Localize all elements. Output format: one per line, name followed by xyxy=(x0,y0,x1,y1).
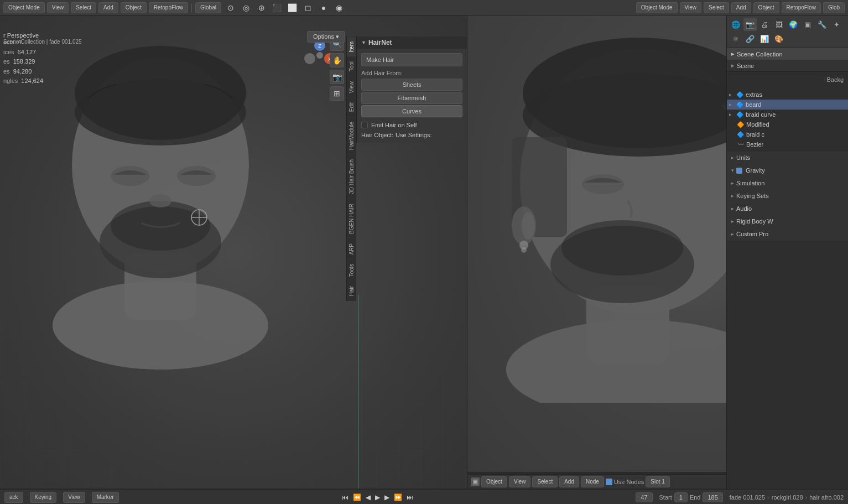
right-view-btn[interactable]: View xyxy=(680,2,702,13)
tree-arrow-beard: ▸ xyxy=(729,102,735,107)
tab-bgen[interactable]: BGEN HAIR xyxy=(347,199,356,238)
right-retopoflow-btn[interactable]: RetopoFlow xyxy=(782,2,821,13)
object-dropdown-btn[interactable]: Object xyxy=(481,476,507,487)
tab-tools[interactable]: Tools xyxy=(347,259,356,281)
proportional-icon[interactable]: ◎ xyxy=(239,1,253,15)
shading-material-icon[interactable]: ● xyxy=(316,1,331,15)
hand-tool-icon[interactable]: ✋ xyxy=(330,53,344,67)
node-bottom-btn[interactable]: Node xyxy=(581,476,604,487)
back-btn[interactable]: ack xyxy=(4,492,23,503)
shading-solid-icon[interactable]: ⬜ xyxy=(285,1,300,15)
play-btn[interactable]: ▶ xyxy=(374,493,381,501)
tree-item-braid-curve[interactable]: ▸ 🔷 braid curve xyxy=(727,110,848,119)
options-button[interactable]: Options ▾ xyxy=(307,31,345,43)
emit-hair-checkbox[interactable] xyxy=(361,122,368,128)
tab-3dhairbrush[interactable]: 3D Hair Brush xyxy=(347,154,356,199)
tab-item[interactable]: Item xyxy=(347,37,356,56)
tree-item-bezier[interactable]: 〰 Bezier xyxy=(735,139,848,149)
gravity-section-header[interactable]: ▾ Gravity xyxy=(727,164,848,176)
audio-arrow: ▸ xyxy=(731,206,734,211)
sheets-button[interactable]: Sheets xyxy=(361,79,462,91)
retopoflow-btn[interactable]: RetopoFlow xyxy=(149,2,188,13)
prev-frame-btn[interactable]: ◀ xyxy=(365,493,372,501)
gravity-checkbox[interactable] xyxy=(736,168,742,174)
make-hair-button[interactable]: Make Hair xyxy=(361,53,462,66)
tree-item-beard[interactable]: ▸ 🔷 beard xyxy=(727,100,848,110)
render-icon[interactable]: ⬛ xyxy=(270,1,284,15)
svg-point-33 xyxy=(521,247,527,253)
toolbar-right: Object Mode View Select Add Object Retop… xyxy=(633,2,848,13)
svg-rect-22 xyxy=(586,287,669,364)
keying-sets-section-header[interactable]: ▸ Keying Sets xyxy=(727,190,848,202)
object-menu-btn[interactable]: Object xyxy=(121,2,147,13)
tab-view[interactable]: View xyxy=(347,76,356,98)
view-bottom-btn[interactable]: View xyxy=(509,476,531,487)
toolbar-left: Object Mode View Select Add Object Retop… xyxy=(0,1,633,15)
custom-prop-section-header[interactable]: ▸ Custom Pro xyxy=(727,228,848,240)
rockgirl-label: rockgirl.028 xyxy=(772,494,803,501)
props-modifier-icon[interactable]: 🔧 xyxy=(815,18,829,31)
right-select-btn[interactable]: Select xyxy=(704,2,729,13)
use-nodes-checkbox[interactable] xyxy=(606,479,612,485)
fibermesh-button[interactable]: Fibermesh xyxy=(361,92,462,104)
camera-tool-icon[interactable]: 📷 xyxy=(330,70,344,84)
props-physics-icon[interactable]: ⚛ xyxy=(729,32,742,45)
props-particles-icon[interactable]: ✦ xyxy=(830,18,843,31)
object-mode-icon[interactable]: ▣ xyxy=(471,477,480,486)
rigid-body-section-header[interactable]: ▸ Rigid Body W xyxy=(727,215,848,227)
snap-icon[interactable]: ⊙ xyxy=(223,1,238,15)
global-transform-btn[interactable]: Global xyxy=(195,2,221,13)
select-menu-btn[interactable]: Select xyxy=(71,2,96,13)
hairnet-header[interactable]: ▼ HairNet xyxy=(357,37,467,49)
jump-start-btn[interactable]: ⏮ xyxy=(341,493,350,501)
right-object-btn[interactable]: Object xyxy=(753,2,779,13)
props-scene-icon[interactable]: 🌐 xyxy=(729,18,742,31)
simulation-section-header[interactable]: ▸ Simulation xyxy=(727,177,848,189)
view-menu-btn[interactable]: View xyxy=(47,2,69,13)
curves-button[interactable]: Curves xyxy=(361,105,462,117)
tab-tool[interactable]: Tool xyxy=(347,56,356,76)
tab-hairmodule[interactable]: HairModule xyxy=(347,117,356,154)
shading-rendered-icon[interactable]: ◉ xyxy=(332,1,346,15)
jump-back-btn[interactable]: ⏪ xyxy=(352,493,362,501)
use-nodes-toggle[interactable]: Use Nodes xyxy=(606,479,644,485)
shading-wire-icon[interactable]: ◻ xyxy=(301,1,315,15)
tree-item-extras[interactable]: ▸ 🔷 extras xyxy=(727,90,848,100)
marker-btn[interactable]: Marker xyxy=(92,492,119,503)
jump-forward-btn[interactable]: ⏩ xyxy=(393,493,403,501)
add-menu-btn[interactable]: Add xyxy=(98,2,118,13)
view-bottom-left-btn[interactable]: View xyxy=(63,492,85,503)
tree-item-braid-c[interactable]: 🔷 braid c xyxy=(735,129,848,139)
keying-btn[interactable]: Keying xyxy=(30,492,57,503)
end-frame[interactable]: 185 xyxy=(703,492,722,502)
props-view-icon[interactable]: 🖼 xyxy=(772,18,785,31)
jump-end-btn[interactable]: ⏭ xyxy=(405,493,414,501)
props-render-icon[interactable]: 📷 xyxy=(743,18,757,31)
slot-btn[interactable]: Slot 1 xyxy=(646,476,670,487)
right-object-mode-btn[interactable]: Object Mode xyxy=(636,2,678,13)
props-obj-icon[interactable]: ▣ xyxy=(801,18,814,31)
current-frame[interactable]: 47 xyxy=(636,492,652,502)
select-bottom-btn[interactable]: Select xyxy=(532,476,558,487)
object-mode-btn[interactable]: Object Mode xyxy=(3,2,45,13)
tab-edit[interactable]: Edit xyxy=(347,97,356,116)
add-bottom-btn[interactable]: Add xyxy=(559,476,579,487)
units-section-header[interactable]: ▸ Units xyxy=(727,152,848,164)
props-material-icon[interactable]: 🎨 xyxy=(772,32,785,45)
right-add-btn[interactable]: Add xyxy=(731,2,751,13)
cursor-icon[interactable]: ⊕ xyxy=(254,1,269,15)
start-frame[interactable]: 1 xyxy=(674,492,688,502)
props-data-icon[interactable]: 📊 xyxy=(758,32,771,45)
props-output-icon[interactable]: 🖨 xyxy=(758,18,771,31)
props-world-icon[interactable]: 🌍 xyxy=(787,18,800,31)
next-frame-btn[interactable]: ▶ xyxy=(383,493,391,501)
grid-tool-icon[interactable]: ⊞ xyxy=(330,86,344,101)
left-viewport-panel[interactable]: r Perspective Scene Collection | fade 00… xyxy=(0,15,467,489)
right-glob-btn[interactable]: Glob xyxy=(823,2,845,13)
audio-section-header[interactable]: ▸ Audio xyxy=(727,202,848,215)
tree-item-modified[interactable]: 🔶 Modified xyxy=(735,119,848,129)
tab-arp[interactable]: ARP xyxy=(347,238,356,259)
scene-row: ▸ Scene xyxy=(727,60,848,72)
tab-hair[interactable]: Hair xyxy=(347,281,356,300)
props-constraints-icon[interactable]: 🔗 xyxy=(743,32,757,45)
